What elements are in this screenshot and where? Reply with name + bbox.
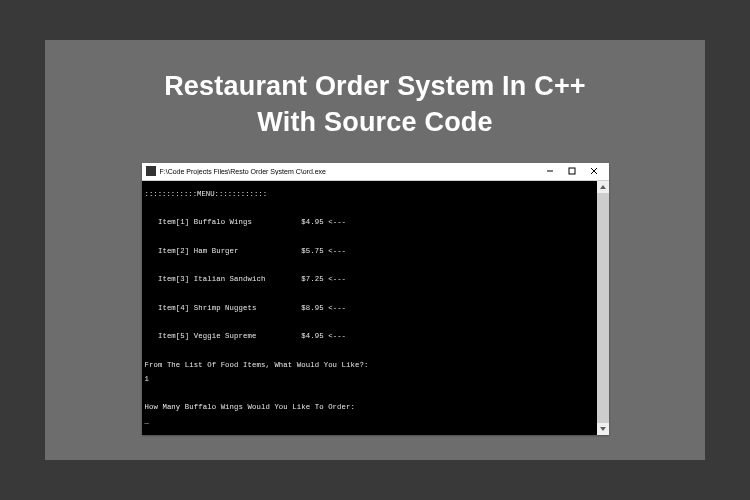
page-title: Restaurant Order System In C++ With Sour…: [134, 68, 616, 141]
maximize-icon: [568, 167, 576, 175]
window-controls: [539, 162, 605, 180]
scroll-up-button[interactable]: [597, 181, 609, 193]
close-icon: [590, 167, 598, 175]
titlebar[interactable]: F:\Code Projects Files\Resto Order Syste…: [142, 163, 609, 181]
headline-line-1: Restaurant Order System In C++: [164, 71, 586, 101]
maximize-button[interactable]: [561, 162, 583, 180]
menu-item: Item[5] Veggie Supreme $4.95 <---: [158, 332, 346, 340]
console-output[interactable]: ::::::::::::MENU:::::::::::: Item[1] Buf…: [142, 181, 597, 435]
console-area: ::::::::::::MENU:::::::::::: Item[1] Buf…: [142, 181, 609, 435]
vertical-scrollbar[interactable]: [597, 181, 609, 435]
prompt-text: How Many Buffalo Wings Would You Like To…: [145, 403, 356, 411]
scroll-track[interactable]: [597, 193, 609, 423]
svg-rect-1: [569, 168, 575, 174]
app-icon: [146, 166, 156, 176]
content-card: Restaurant Order System In C++ With Sour…: [45, 40, 705, 460]
menu-item: Item[3] Italian Sandwich $7.25 <---: [158, 275, 346, 283]
headline-line-2: With Source Code: [257, 107, 492, 137]
minimize-button[interactable]: [539, 162, 561, 180]
menu-item: Item[1] Buffalo Wings $4.95 <---: [158, 218, 346, 226]
menu-item: Item[4] Shrimp Nuggets $8.95 <---: [158, 304, 346, 312]
menu-item: Item[2] Ham Burger $5.75 <---: [158, 247, 346, 255]
cursor: _: [145, 417, 149, 425]
user-input: 1: [145, 375, 149, 383]
minimize-icon: [546, 167, 554, 175]
scroll-thumb[interactable]: [597, 193, 609, 423]
window-title: F:\Code Projects Files\Resto Order Syste…: [160, 168, 539, 175]
console-window: F:\Code Projects Files\Resto Order Syste…: [142, 163, 609, 435]
menu-header: ::::::::::::MENU::::::::::::: [145, 190, 268, 198]
prompt-text: From The List Of Food Items, What Would …: [145, 361, 369, 369]
scroll-down-button[interactable]: [597, 423, 609, 435]
close-button[interactable]: [583, 162, 605, 180]
